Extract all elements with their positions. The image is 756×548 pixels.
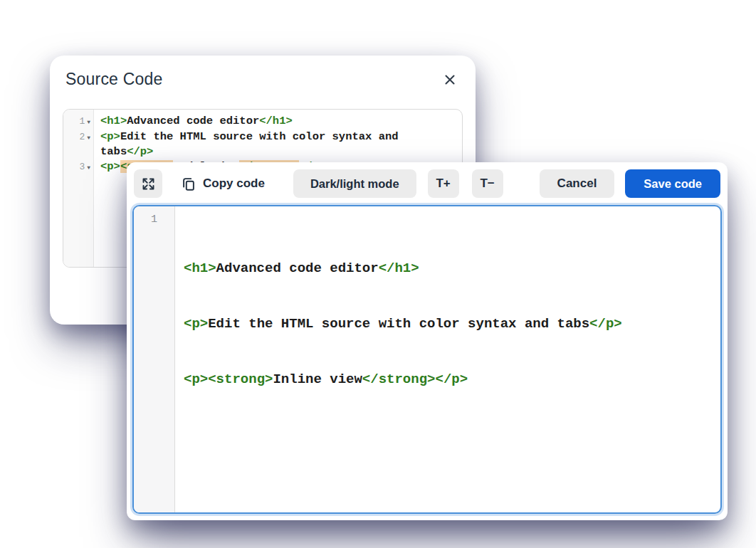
dark-light-mode-button[interactable]: Dark/light mode <box>293 169 416 198</box>
code-line: <p><strong>Inline view</strong></p> <box>184 370 716 389</box>
code-text: <h1>Advanced code editor</h1> <box>94 114 429 129</box>
fold-arrow-icon[interactable]: ▼ <box>87 115 90 130</box>
modal-header: Source Code <box>50 56 476 100</box>
code-line: 2 ▼ <p>Edit the HTML source with color s… <box>63 130 462 159</box>
font-size-increase-button[interactable]: T+ <box>428 169 459 198</box>
inline-code-editor[interactable]: 1 <h1>Advanced code editor</h1> <p>Edit … <box>132 205 722 514</box>
inline-code-text: <h1>Advanced code editor</h1> <p>Edit th… <box>175 206 720 512</box>
line-number: 1 <box>151 214 157 226</box>
close-icon <box>443 73 457 87</box>
fullscreen-button[interactable] <box>134 169 162 198</box>
line-number: 3 ▼ <box>63 159 94 175</box>
code-line: 1 ▼ <h1>Advanced code editor</h1> <box>63 114 462 130</box>
fold-arrow-icon[interactable]: ▼ <box>87 160 90 175</box>
close-button[interactable] <box>440 70 460 90</box>
copy-icon <box>181 176 196 191</box>
cancel-button[interactable]: Cancel <box>540 169 615 198</box>
modal-title: Source Code <box>65 70 458 89</box>
code-line: <h1>Advanced code editor</h1> <box>184 259 716 278</box>
fold-arrow-icon[interactable]: ▼ <box>87 130 90 145</box>
fullscreen-icon <box>141 176 156 191</box>
line-number: 1 ▼ <box>63 114 94 130</box>
font-size-decrease-button[interactable]: T− <box>472 169 503 198</box>
copy-code-label: Copy code <box>203 176 265 191</box>
line-number: 2 ▼ <box>63 130 94 145</box>
stage: Source Code 1 ▼ <h1>Advanced code editor… <box>0 0 756 548</box>
save-code-button[interactable]: Save code <box>625 169 720 198</box>
copy-code-button[interactable]: Copy code <box>174 169 272 198</box>
inline-editor-panel: Copy code Dark/light mode T+ T− Cancel S… <box>127 162 728 520</box>
line-number-gutter: 1 <box>134 206 175 512</box>
code-line: <p>Edit the HTML source with color synta… <box>184 315 716 333</box>
code-text: <p>Edit the HTML source with color synta… <box>94 130 429 159</box>
editor-toolbar: Copy code Dark/light mode T+ T− Cancel S… <box>134 169 720 198</box>
